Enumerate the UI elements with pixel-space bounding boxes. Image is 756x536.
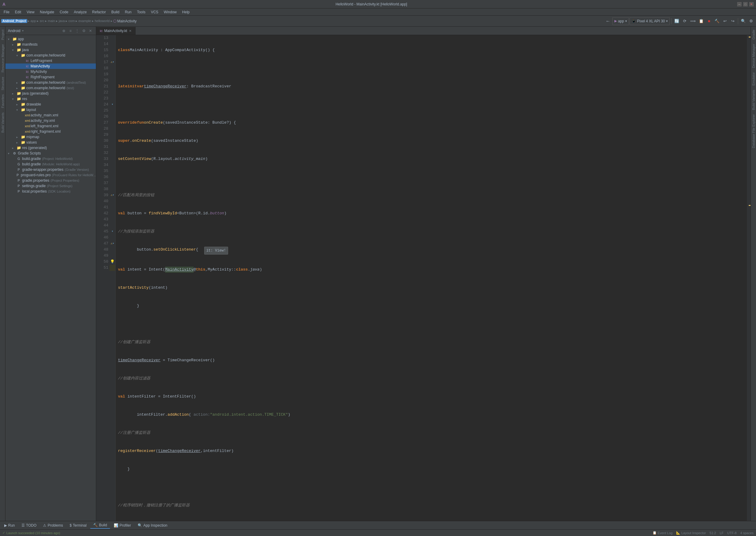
maximize-button[interactable]: □ (743, 2, 747, 6)
tree-item-pkg[interactable]: ▾ 📁 com.example.helloworld (5, 52, 96, 58)
editor-tab-mainactivity[interactable]: kt MainActivity.kt ✕ (96, 27, 135, 35)
gutter-fold-39[interactable]: ▾ (113, 192, 114, 198)
code-line-37 (118, 484, 744, 490)
tree-item-test[interactable]: ▸ 📁 com.example.helloworld (test) (5, 85, 96, 91)
gutter-fold-47[interactable]: ▾ (113, 241, 114, 247)
tree-item-left-fragment-xml[interactable]: ▸ xml left_fragment.xml (5, 123, 96, 129)
left-vtab-resource[interactable]: Resource Manager (0, 42, 5, 74)
panel-dropdown-arrow[interactable]: ▾ (22, 29, 23, 32)
tree-item-drawable[interactable]: ▸ 📁 drawable (5, 102, 96, 107)
tree-item-activity-my-xml[interactable]: ▸ xml activity_my.xml (5, 118, 96, 123)
menu-file[interactable]: File (1, 9, 12, 15)
right-panel-db-explorer[interactable]: Database File Explorer (751, 113, 756, 150)
tree-item-manifests[interactable]: ▸ 📁 manifests (5, 42, 96, 47)
gutter-fold-17[interactable]: ▾ (113, 59, 114, 65)
minimize-button[interactable]: ─ (737, 2, 741, 6)
stop-button[interactable]: ■ (705, 17, 713, 25)
redo-button[interactable]: ↪ (729, 17, 736, 25)
search-button[interactable]: 🔍 (740, 17, 747, 25)
panel-close-btn[interactable]: ✕ (88, 28, 93, 34)
tree-item-mainactivity[interactable]: ▸ kt MainActivity (5, 63, 96, 69)
tree-item-androidtest[interactable]: ▸ 📁 com.example.helloworld (androidTest) (5, 80, 96, 85)
right-panel-emulator[interactable]: Emulator (751, 70, 756, 87)
undo-button[interactable]: ↩ (721, 17, 729, 25)
app-dropdown[interactable]: ▶ app ▾ (612, 17, 629, 25)
bottom-tab-app-inspection[interactable]: 🔍 App Inspection (135, 522, 170, 529)
sync2-button[interactable]: ⟳ (681, 17, 688, 25)
bottom-tab-profiler[interactable]: 📊 Profiler (111, 522, 134, 529)
tree-item-local-properties[interactable]: ▸ P local.properties (SDK Location) (5, 189, 96, 194)
menu-navigate[interactable]: Navigate (38, 9, 56, 15)
tree-item-java-gen[interactable]: ▸ 📁 java (generated) (5, 91, 96, 96)
left-vtab-build-variants[interactable]: Build Variants (0, 111, 5, 135)
right-panel-build-variants[interactable]: Build Variants (751, 88, 756, 112)
tree-item-right-fragment-xml[interactable]: ▸ xml right_fragment.xml (5, 129, 96, 134)
tab-close-button[interactable]: ✕ (129, 29, 131, 33)
run-coverage-button[interactable]: 📋 (698, 17, 705, 25)
right-panel-device-manager[interactable]: Device Manager (751, 42, 756, 70)
menu-edit[interactable]: Edit (13, 9, 23, 15)
bottom-tab-build[interactable]: 🔨 Build (90, 522, 110, 529)
menu-help[interactable]: Help (180, 9, 192, 15)
menu-view[interactable]: View (24, 9, 37, 15)
tree-item-values[interactable]: ▸ 📁 values (5, 140, 96, 145)
panel-filter-btn[interactable]: ⋮ (74, 28, 80, 34)
tree-item-app[interactable]: ▾ 📁 app (5, 36, 96, 42)
folder-icon-manifests: 📁 (16, 42, 21, 47)
tree-item-java[interactable]: ▾ 📁 java (5, 47, 96, 52)
close-button[interactable]: ✕ (749, 2, 754, 6)
menu-window[interactable]: Window (161, 9, 179, 15)
layout-inspector-link[interactable]: 📐 Layout Inspector (676, 531, 706, 535)
menu-code[interactable]: Code (57, 9, 71, 15)
bottom-tab-problems[interactable]: ⚠ Problems (40, 522, 66, 529)
terminal-label: Terminal (73, 523, 87, 527)
panel-sync-btn[interactable]: ⊕ (61, 28, 67, 34)
menu-vcs[interactable]: VCS (149, 9, 161, 15)
back-button[interactable]: ← (604, 17, 612, 25)
build-button[interactable]: 🔨 (713, 17, 721, 25)
tree-item-rightfragment[interactable]: ▸ kt RightFragment (5, 74, 96, 80)
gutter-bulb-50[interactable]: 💡 (110, 259, 115, 265)
tree-item-build-gradle-project[interactable]: ▸ G build.gradle (Project: HelloWorld) (5, 156, 96, 161)
menu-build[interactable]: Build (109, 9, 122, 15)
code-content[interactable]: class MainActivity : AppCompatActivity()… (116, 35, 747, 521)
left-vtab-favorites[interactable]: Favorites (0, 92, 5, 110)
tree-item-gradle-properties[interactable]: ▸ P gradle.properties (Project Propertie… (5, 178, 96, 183)
gutter-fold-45[interactable]: ▾ (111, 228, 113, 235)
sync-button[interactable]: 🔄 (673, 17, 680, 25)
bottom-tab-run[interactable]: ▶ Run (1, 522, 18, 529)
tree-item-myactivity[interactable]: ▸ kt MyActivity (5, 69, 96, 74)
tree-item-layout[interactable]: ▾ 📁 layout (5, 107, 96, 113)
menu-analyze[interactable]: Analyze (71, 9, 89, 15)
panel-collapse-btn[interactable]: ≡ (67, 28, 74, 34)
settings-button[interactable]: ⚙ (747, 17, 755, 25)
menu-run[interactable]: Run (123, 9, 134, 15)
tree-item-activity-main-xml[interactable]: ▸ xml activity_main.xml (5, 113, 96, 118)
tree-item-proguard[interactable]: ▸ P proguard-rules.pro (ProGuard Rules f… (5, 172, 96, 178)
bottom-tab-todo[interactable]: ☰ TODO (18, 522, 39, 529)
tree-item-settings-gradle[interactable]: ▸ P settings.gradle (Project Settings) (5, 183, 96, 189)
tree-sublabel-build-gradle-project: (Project: HelloWorld) (42, 157, 73, 160)
event-log-link[interactable]: 📋 Event Log (653, 531, 673, 535)
menu-tools[interactable]: Tools (135, 9, 148, 15)
step-button[interactable]: ⟹ (689, 17, 697, 25)
app-inspection-icon: 🔍 (138, 523, 142, 527)
tree-label-gradle-wrapper: gradle-wrapper.properties (22, 167, 63, 172)
tree-item-gradle-scripts[interactable]: ▾ ⚙ Gradle Scripts (5, 151, 96, 156)
tree-item-mipmap[interactable]: ▸ 📁 mipmap (5, 134, 96, 140)
tree-item-res[interactable]: ▾ 📁 res (5, 96, 96, 102)
panel-settings-btn[interactable]: ⚙ (81, 28, 87, 34)
left-vtab-structure[interactable]: Structure (0, 75, 5, 92)
right-panel-gradle[interactable]: Gradle (751, 28, 756, 41)
tree-item-leftfragment[interactable]: ▸ kt LeftFragment (5, 58, 96, 63)
tree-label-activity-my-xml: activity_my.xml (31, 118, 55, 123)
tree-item-res-gen[interactable]: ▸ 📁 res (generated) (5, 145, 96, 151)
tree-item-gradle-wrapper[interactable]: ▸ P gradle-wrapper.properties (Gradle Ve… (5, 167, 96, 172)
code-editor[interactable]: 13141516 17181920 21222324 25262728 2930… (96, 35, 751, 521)
device-dropdown[interactable]: 📱 Pixel 4 XL API 30 ▾ (630, 17, 670, 25)
left-vtab-project[interactable]: Project (0, 28, 5, 42)
tree-item-build-gradle-module[interactable]: ▸ G build.gradle (Module: HelloWorld.app… (5, 161, 96, 167)
menu-refactor[interactable]: Refactor (90, 9, 108, 15)
gutter-fold-24[interactable]: ▾ (111, 102, 113, 108)
bottom-tab-terminal[interactable]: $ Terminal (67, 522, 90, 529)
